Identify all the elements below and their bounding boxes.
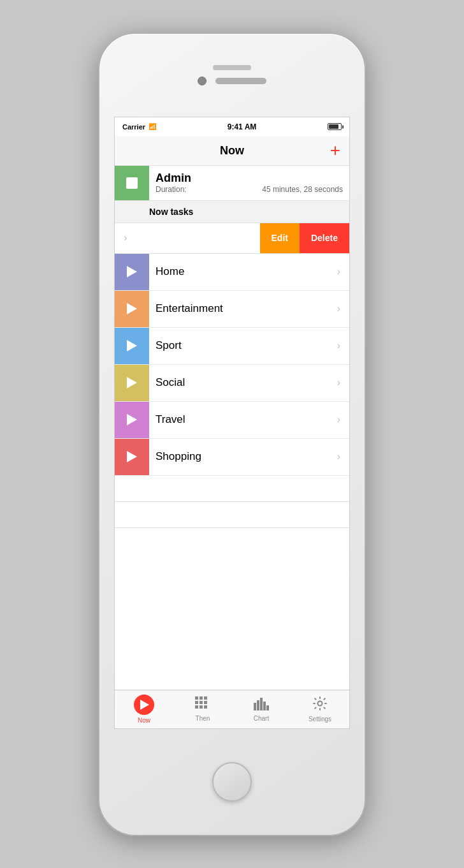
tab-settings[interactable]: Settings: [291, 696, 349, 723]
item-chevron: ›: [337, 266, 349, 277]
play-icon: [127, 451, 137, 462]
speaker: [213, 65, 251, 70]
admin-name: Admin: [156, 172, 343, 185]
carrier-label: Carrier: [122, 123, 145, 131]
wifi-icon: 📶: [149, 123, 156, 130]
svg-rect-13: [266, 705, 269, 710]
admin-duration-row: Duration: 45 minutes, 28 seconds: [156, 185, 343, 194]
home-button[interactable]: [212, 762, 252, 802]
chart-icon: [254, 696, 269, 713]
svg-point-14: [318, 702, 323, 706]
divider: [115, 527, 349, 528]
add-button[interactable]: +: [330, 142, 340, 159]
phone-screen: Carrier 📶 9:41 AM Now + Admin: [114, 117, 350, 729]
play-triangle: [140, 700, 149, 710]
tab-settings-label: Settings: [308, 716, 331, 723]
item-color-bar: [115, 365, 149, 401]
svg-rect-5: [204, 701, 207, 704]
tab-chart[interactable]: Chart: [232, 696, 291, 722]
item-chevron: ›: [337, 414, 349, 425]
then-icon: [195, 696, 210, 713]
svg-rect-11: [260, 698, 263, 710]
admin-duration-value: 45 minutes, 28 seconds: [262, 185, 343, 194]
nav-bar: Now +: [115, 136, 349, 166]
status-time: 9:41 AM: [228, 122, 257, 131]
list-item[interactable]: Entertainment ›: [115, 291, 349, 328]
item-label: Home: [149, 265, 337, 278]
item-chevron: ›: [337, 340, 349, 351]
stop-icon: [126, 177, 138, 189]
item-color-bar: [115, 291, 149, 327]
svg-rect-1: [199, 696, 203, 700]
item-label: Sport: [149, 339, 337, 352]
tab-then-label: Then: [196, 715, 210, 722]
delete-button[interactable]: Delete: [300, 223, 349, 253]
tab-now-label: Now: [138, 717, 150, 724]
item-color-bar: [115, 328, 149, 364]
list-item[interactable]: Shopping ›: [115, 439, 349, 476]
svg-rect-2: [204, 696, 207, 700]
tab-bar: Now Then: [115, 690, 349, 728]
status-left: Carrier 📶: [122, 123, 156, 131]
edit-button[interactable]: Edit: [260, 223, 300, 253]
row-chevron: ›: [124, 232, 127, 244]
play-icon: [127, 303, 137, 314]
battery-fill: [329, 124, 338, 129]
svg-rect-3: [195, 701, 198, 704]
admin-color-bar: [115, 166, 149, 200]
phone-top-bezel: [99, 34, 365, 117]
settings-icon: [312, 696, 328, 714]
camera: [198, 77, 207, 85]
item-chevron: ›: [337, 377, 349, 388]
camera-area: [198, 77, 266, 85]
tab-now[interactable]: Now: [115, 695, 173, 724]
item-label: Shopping: [149, 450, 337, 463]
phone-bottom-bezel: [212, 729, 252, 835]
item-color-bar: [115, 439, 149, 475]
svg-rect-10: [257, 700, 259, 710]
play-icon: [127, 414, 137, 425]
status-right: [328, 123, 342, 130]
phone-frame: Carrier 📶 9:41 AM Now + Admin: [98, 33, 366, 836]
svg-rect-0: [195, 696, 198, 700]
play-icon: [127, 340, 137, 351]
admin-section: Admin Duration: 45 minutes, 28 seconds: [115, 166, 349, 201]
divider: [115, 501, 349, 502]
item-label: Entertainment: [149, 302, 337, 315]
tab-chart-label: Chart: [254, 715, 269, 722]
admin-duration-label: Duration:: [156, 185, 187, 194]
item-color-bar: [115, 254, 149, 290]
list-item[interactable]: Travel ›: [115, 402, 349, 439]
list-empty-space: [115, 476, 349, 690]
nav-title: Now: [220, 144, 244, 158]
list-item[interactable]: Social ›: [115, 365, 349, 402]
play-icon: [127, 266, 137, 277]
tab-then[interactable]: Then: [173, 696, 232, 722]
item-chevron: ›: [337, 451, 349, 462]
battery-icon: [328, 123, 342, 130]
status-bar: Carrier 📶 9:41 AM: [115, 117, 349, 136]
item-chevron: ›: [337, 303, 349, 314]
earpiece: [215, 78, 266, 84]
swipe-action-row: › Edit Delete: [115, 223, 349, 254]
now-tasks-header: Now tasks: [115, 201, 349, 223]
list-item[interactable]: Home ›: [115, 254, 349, 291]
svg-rect-12: [263, 702, 266, 710]
item-label: Social: [149, 376, 337, 389]
now-play-icon: [134, 695, 154, 715]
svg-rect-6: [195, 705, 198, 709]
list-item[interactable]: Sport ›: [115, 328, 349, 365]
svg-rect-4: [199, 701, 203, 704]
svg-rect-8: [204, 705, 207, 709]
svg-rect-9: [254, 703, 256, 710]
category-list: Home › Entertainment › Sport › Social ›: [115, 254, 349, 690]
now-tasks-label: Now tasks: [149, 207, 193, 217]
item-label: Travel: [149, 413, 337, 426]
admin-row: Admin Duration: 45 minutes, 28 seconds: [115, 166, 349, 200]
svg-rect-7: [199, 705, 203, 709]
play-icon: [127, 377, 137, 388]
item-color-bar: [115, 402, 149, 438]
admin-info: Admin Duration: 45 minutes, 28 seconds: [149, 166, 349, 200]
